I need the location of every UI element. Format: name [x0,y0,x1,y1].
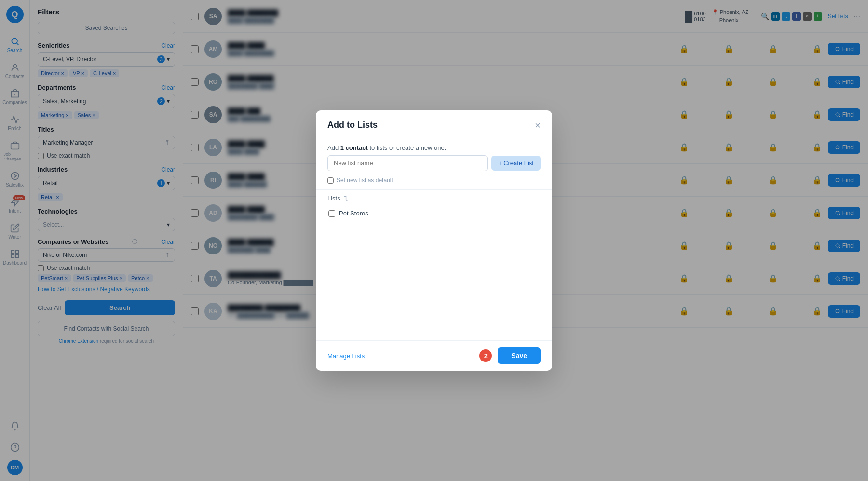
lists-header-label: Lists [327,195,340,202]
new-list-input[interactable] [327,155,488,171]
pet-stores-checkbox[interactable] [328,210,335,217]
modal-footer: Manage Lists 2 Save [316,340,552,371]
lists-header: Lists ⇅ [327,190,541,206]
modal-contact-count: 1 contact [340,144,368,151]
create-list-button[interactable]: + Create List [491,156,541,171]
lists-sort-icon: ⇅ [343,195,349,202]
step2-badge: 2 [479,349,492,362]
modal-close-button[interactable]: × [535,120,541,130]
list-item-pet-stores: 1 Pet Stores [327,206,541,221]
modal-subtitle-suffix: to lists or create a new one. [368,144,447,151]
set-default-label: Set new list as default [337,177,393,184]
modal-subtext: Add 1 contact to lists or create a new o… [316,138,552,155]
lists-body: 1 Pet Stores [327,206,541,225]
manage-lists-button[interactable]: Manage Lists [327,352,365,360]
modal-overlay[interactable]: Add to Lists × Add 1 contact to lists or… [183,0,868,481]
modal-create-row: + Create List [316,155,552,177]
save-button[interactable]: Save [498,347,541,364]
modal-subtitle-prefix: Add [327,144,340,151]
set-default-checkbox[interactable] [327,177,334,184]
set-default-row: Set new list as default [316,177,552,189]
pet-stores-label: Pet Stores [339,210,368,217]
list-item-row: Pet Stores [327,206,369,221]
main-content: SA ████ ███████ ████ ████████ ██.6100██.… [183,0,868,481]
modal-spacer [316,225,552,340]
lists-section: Lists ⇅ 1 Pet Stores [316,189,552,225]
add-to-lists-modal: Add to Lists × Add 1 contact to lists or… [316,110,552,371]
modal-header: Add to Lists × [316,110,552,138]
modal-title: Add to Lists [327,120,378,130]
